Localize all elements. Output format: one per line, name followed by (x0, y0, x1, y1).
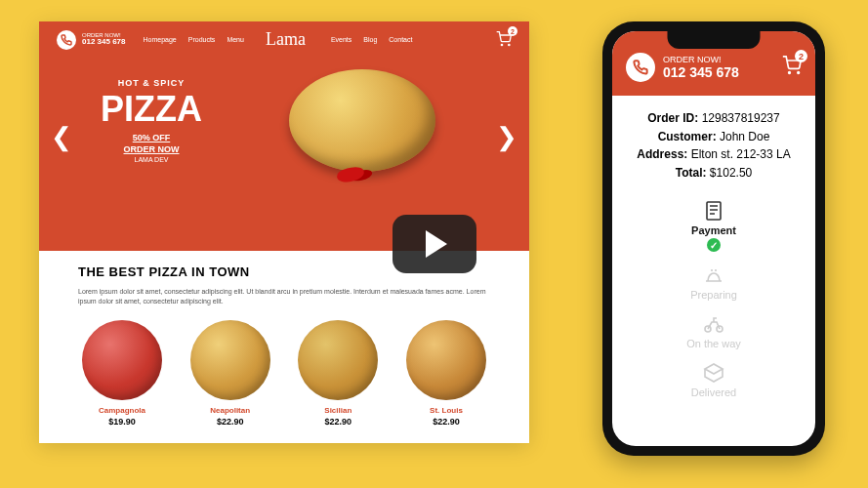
order-summary: Order ID: 129837819237 Customer: John Do… (612, 96, 815, 189)
order-phone[interactable]: ORDER NOW! 012 345 678 (57, 30, 126, 50)
phone-notch (668, 31, 761, 49)
m-order-label: ORDER NOW! (663, 55, 739, 64)
brand-logo[interactable]: Lama (266, 29, 306, 50)
step-payment: Payment ✓ (691, 199, 736, 252)
cooking-icon (702, 264, 725, 287)
step-preparing: Preparing (690, 264, 737, 301)
carousel-prev[interactable]: ❮ (51, 121, 72, 151)
step-ontheway: On the way (686, 312, 741, 349)
cart-button[interactable]: 2 (496, 31, 512, 48)
svg-point-0 (501, 44, 502, 45)
address-value: Elton st. 212-33 LA (691, 147, 791, 161)
product-card[interactable]: Campagnola$19.90 (78, 320, 166, 427)
step-delivered: Delivered (691, 361, 736, 398)
product-name: St. Louis (402, 406, 490, 415)
product-image (298, 320, 378, 400)
svg-point-2 (789, 72, 791, 74)
order-number: 012 345 678 (82, 38, 126, 47)
step-label: On the way (686, 338, 741, 349)
pizza-image (289, 69, 435, 172)
product-card[interactable]: Neapolitan$22.90 (186, 320, 274, 427)
total-label: Total: (676, 166, 707, 180)
order-steps: Payment ✓ Preparing On the way Delivered (612, 189, 815, 398)
m-cart-button[interactable]: 2 (782, 56, 802, 79)
hero-cta[interactable]: ORDER NOW (78, 144, 225, 154)
video-play-button[interactable] (393, 215, 476, 273)
step-label: Payment (691, 224, 736, 236)
hero-image (234, 69, 490, 172)
cart-count: 2 (508, 26, 517, 36)
address-label: Address: (637, 147, 687, 161)
nav-right: Events Blog Contact (331, 36, 413, 43)
product-card[interactable]: St. Louis$22.90 (402, 320, 490, 427)
best-pizza-section: THE BEST PIZZA IN TOWN Lorem ipsum dolor… (39, 251, 529, 440)
order-id-label: Order ID: (647, 111, 698, 125)
phone-mockup: ORDER NOW! 012 345 678 2 Order ID: 12983… (602, 21, 825, 456)
bike-icon (702, 312, 725, 336)
product-card[interactable]: Sicilian$22.90 (294, 320, 382, 427)
customer-label: Customer: (658, 130, 717, 143)
hero-discount: 50% OFF (78, 133, 225, 142)
customer-name: John Doe (720, 130, 769, 143)
play-icon (426, 230, 447, 258)
product-price: $22.90 (402, 417, 490, 427)
total-value: $102.50 (710, 166, 752, 180)
package-icon (702, 361, 725, 385)
nav-products[interactable]: Products (188, 36, 216, 43)
product-grid: Campagnola$19.90Neapolitan$22.90Sicilian… (78, 320, 490, 427)
nav: Homepage Products Menu (144, 36, 244, 43)
m-cart-count: 2 (795, 50, 807, 62)
hero-tag: HOT & SPICY (78, 78, 225, 88)
phone-icon (626, 53, 655, 82)
hero-title: PIZZA (78, 92, 225, 127)
nav-homepage[interactable]: Homepage (144, 36, 177, 43)
phone-icon (57, 30, 76, 50)
nav-events[interactable]: Events (331, 36, 351, 43)
nav-blog[interactable]: Blog (363, 36, 377, 43)
order-id: 129837819237 (702, 111, 780, 125)
receipt-icon (702, 199, 725, 223)
check-icon: ✓ (707, 238, 721, 252)
hero-subline: LAMA DEV (78, 156, 225, 163)
product-image (190, 320, 270, 400)
product-name: Campagnola (78, 406, 166, 415)
hero-content: HOT & SPICY PIZZA 50% OFF ORDER NOW LAMA… (39, 50, 529, 172)
carousel-next[interactable]: ❯ (496, 121, 517, 151)
product-price: $22.90 (294, 417, 382, 427)
product-image (406, 320, 486, 400)
m-order-number: 012 345 678 (663, 64, 739, 80)
nav-contact[interactable]: Contact (389, 36, 412, 43)
step-label: Delivered (691, 386, 736, 398)
svg-rect-4 (707, 202, 721, 220)
step-label: Preparing (690, 289, 737, 301)
phone-screen: ORDER NOW! 012 345 678 2 Order ID: 12983… (612, 31, 815, 446)
product-price: $19.90 (78, 417, 166, 427)
product-name: Neapolitan (186, 406, 274, 415)
nav-menu[interactable]: Menu (227, 36, 244, 43)
product-image (82, 320, 162, 400)
svg-point-3 (798, 72, 800, 74)
svg-point-1 (509, 44, 510, 45)
product-name: Sicilian (294, 406, 382, 415)
product-price: $22.90 (186, 417, 274, 427)
section-desc: Lorem ipsum dolor sit amet, consectetur … (78, 287, 490, 306)
topbar: ORDER NOW! 012 345 678 Homepage Products… (39, 21, 529, 50)
